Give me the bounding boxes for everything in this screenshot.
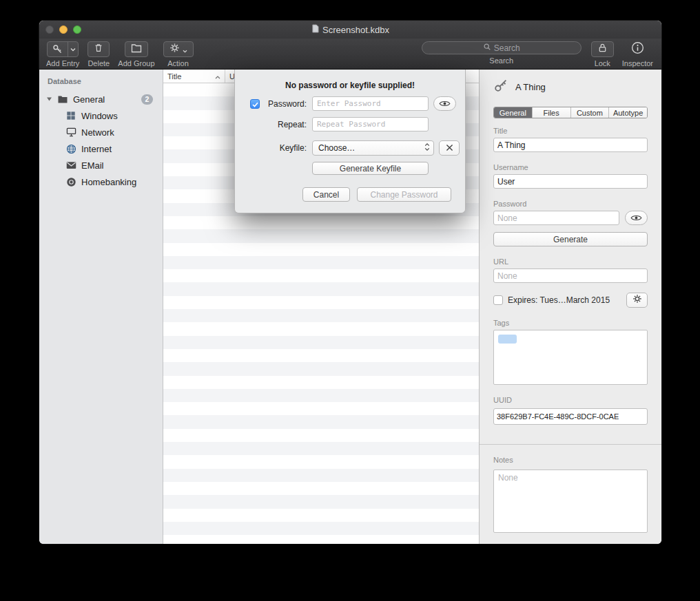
expires-row: Expires: Tues…March 2015: [493, 293, 648, 308]
entry-row-stripe: [163, 336, 479, 349]
delete-button[interactable]: [88, 41, 110, 57]
entry-row-stripe: [163, 429, 479, 442]
add-entry-button[interactable]: [47, 41, 79, 57]
action-button[interactable]: [163, 41, 194, 57]
sidebar-item-internet[interactable]: Internet: [39, 140, 163, 157]
toolbar-label: Lock: [595, 59, 610, 67]
sheet-password-input[interactable]: [312, 96, 429, 111]
sheet-repeat-input[interactable]: [312, 117, 429, 131]
sidebar-item-network[interactable]: Network: [39, 124, 163, 140]
sidebar-item-windows[interactable]: Windows: [39, 107, 163, 124]
password-field[interactable]: [493, 211, 619, 225]
password-label: Password: [493, 200, 648, 208]
clear-keyfile-button[interactable]: [439, 140, 460, 156]
folder-icon: [57, 94, 68, 105]
inspector-toggle-button[interactable]: [631, 41, 644, 57]
column-label: Title: [167, 72, 181, 81]
tags-field[interactable]: [493, 330, 648, 385]
entry-row-stripe: [163, 482, 479, 495]
disclosure-triangle-icon[interactable]: [46, 96, 52, 102]
sheet-keyfile-label: Keyfile:: [262, 143, 307, 153]
reveal-password-button[interactable]: [625, 211, 648, 225]
check-icon: [252, 98, 258, 110]
generate-password-button[interactable]: Generate: [493, 232, 648, 246]
entry-row-stripe: [163, 243, 479, 256]
close-button[interactable]: [45, 25, 54, 34]
search-input[interactable]: Search: [422, 41, 581, 54]
toolbar-item-action: Action: [163, 41, 194, 67]
network-icon: [65, 127, 76, 138]
inspector-header: A Thing: [493, 78, 648, 96]
entry-row-stripe: [163, 229, 479, 242]
minimize-button[interactable]: [59, 25, 68, 34]
entry-row-stripe: [163, 442, 479, 455]
uuid-field[interactable]: [493, 408, 648, 425]
uuid-label: UUID: [493, 396, 648, 404]
chevron-down-icon[interactable]: [68, 42, 78, 56]
sidebar-header: Database: [48, 77, 163, 85]
expires-settings-button[interactable]: [626, 293, 648, 308]
inspector-panel: A Thing General Files Custom Autotype Ti…: [479, 70, 661, 544]
url-field[interactable]: [493, 268, 648, 283]
tab-autotype[interactable]: Autotype: [608, 107, 647, 118]
password-checkbox[interactable]: [250, 99, 260, 109]
notes-field[interactable]: [493, 470, 648, 533]
keyfile-value: Choose…: [318, 143, 355, 153]
title-field[interactable]: [493, 138, 648, 152]
username-field[interactable]: [493, 174, 648, 189]
change-password-sheet: No password or keyfile supplied! Passwor…: [234, 70, 466, 213]
sidebar-item-general[interactable]: General 2: [39, 91, 163, 107]
gear-icon: [632, 294, 642, 306]
sidebar: Database General 2 Windows: [39, 70, 163, 544]
sidebar-item-label: Windows: [81, 111, 118, 121]
sheet-reveal-password-button[interactable]: [433, 96, 456, 111]
document-icon: [311, 24, 319, 35]
tab-custom[interactable]: Custom: [570, 107, 609, 118]
envelope-icon: [65, 160, 76, 171]
entry-row-stripe: [163, 535, 479, 544]
password-row: [493, 211, 648, 225]
generate-keyfile-button[interactable]: Generate Keyfile: [312, 162, 429, 175]
zoom-button[interactable]: [73, 25, 81, 34]
entry-row-stripe: [163, 309, 479, 322]
url-label: URL: [493, 257, 648, 266]
chevron-down-icon: [183, 43, 187, 56]
title-label: Title: [493, 127, 648, 135]
cancel-button[interactable]: Cancel: [302, 187, 350, 202]
sidebar-item-homebanking[interactable]: Homebanking: [39, 173, 163, 190]
sheet-repeat-label: Repeat:: [262, 120, 307, 129]
add-group-button[interactable]: [125, 41, 148, 57]
tab-general[interactable]: General: [494, 107, 532, 118]
change-password-button[interactable]: Change Password: [357, 187, 451, 202]
keyfile-dropdown[interactable]: Choose…: [312, 140, 434, 156]
tab-files[interactable]: Files: [532, 107, 570, 118]
entry-row-stripe: [163, 495, 479, 508]
gear-icon: [169, 43, 180, 56]
coin-icon: [65, 176, 76, 187]
tag-chip[interactable]: [498, 335, 517, 344]
sheet-keyfile-row: Keyfile: Choose…: [235, 140, 465, 156]
search-placeholder: Search: [494, 43, 520, 53]
toolbar-label: Search: [489, 56, 513, 65]
toolbar-item-lock: Lock: [591, 41, 614, 67]
toolbar: Add Entry Delete Add Group: [39, 39, 661, 70]
sheet-repeat-row: Repeat:: [235, 117, 465, 131]
toolbar-label: Action: [167, 59, 189, 67]
entry-row-stripe: [163, 402, 479, 415]
toolbar-item-add-group: Add Group: [118, 41, 154, 67]
info-icon: [631, 41, 644, 57]
sidebar-item-label: Homebanking: [81, 177, 136, 187]
toolbar-item-inspector: Inspector: [622, 41, 653, 67]
sidebar-item-email[interactable]: EMail: [39, 157, 163, 173]
sidebar-item-label: Internet: [81, 144, 112, 154]
entry-row-stripe: [163, 216, 479, 229]
column-header-title[interactable]: Title: [163, 70, 225, 83]
app-window: Screenshot.kdbx Add Entry Delete: [39, 21, 661, 544]
key-icon: [493, 78, 508, 96]
lock-button[interactable]: [591, 41, 614, 57]
clear-icon: [446, 142, 453, 154]
toolbar-label: Inspector: [622, 59, 653, 67]
toolbar-label: Delete: [88, 59, 110, 67]
entry-row-stripe: [163, 296, 479, 309]
expires-checkbox[interactable]: [493, 295, 503, 305]
